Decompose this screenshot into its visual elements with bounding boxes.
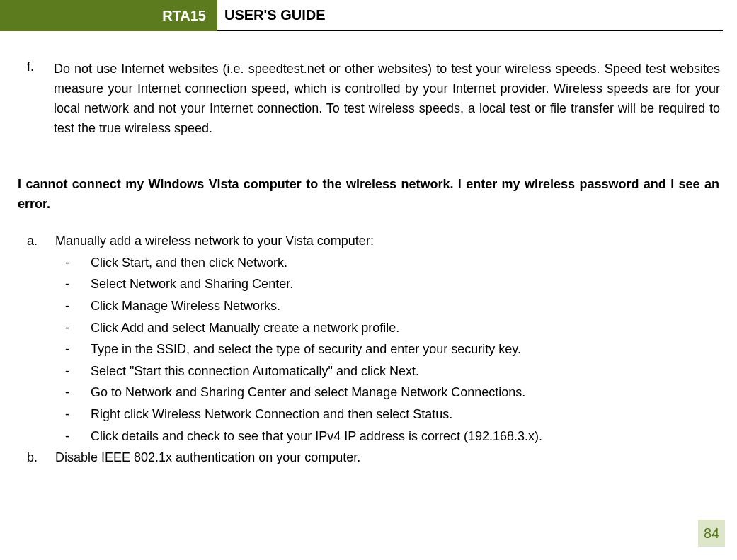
sublist-item: - Select Network and Sharing Center. <box>65 273 720 295</box>
dash-marker: - <box>65 404 91 425</box>
sublist-text: Click Start, and then click Network. <box>91 252 287 274</box>
page-number: 84 <box>698 520 725 547</box>
sublist-item: - Click Start, and then click Network. <box>65 252 720 274</box>
dash-marker: - <box>65 425 91 447</box>
sublist: - Click Start, and then click Network. -… <box>27 252 720 447</box>
header-title: USER'S GUIDE <box>217 0 723 31</box>
list-item-a: a. Manually add a wireless network to yo… <box>27 230 720 252</box>
sublist-item: - Go to Network and Sharing Center and s… <box>65 382 720 404</box>
sublist-text: Select Network and Sharing Center. <box>91 273 293 295</box>
sublist-item: - Click details and check to see that yo… <box>65 425 720 447</box>
section-heading: I cannot connect my Windows Vista comput… <box>17 174 720 215</box>
sublist-item: - Type in the SSID, and select the type … <box>65 338 720 360</box>
list-marker: b. <box>27 447 55 469</box>
sublist-text: Click Manage Wireless Networks. <box>91 295 280 317</box>
header: RTA15 USER'S GUIDE <box>0 0 737 31</box>
sublist-text: Select "Start this connection Automatica… <box>91 360 419 382</box>
dash-marker: - <box>65 317 91 339</box>
list-text: Manually add a wireless network to your … <box>55 230 374 252</box>
list-abc: a. Manually add a wireless network to yo… <box>17 230 720 469</box>
sublist-text: Click details and check to see that your… <box>91 425 542 447</box>
sublist-item: - Right click Wireless Network Connectio… <box>65 404 720 425</box>
content: f. Do not use Internet websites (i.e. sp… <box>0 31 737 469</box>
dash-marker: - <box>65 338 91 360</box>
list-item-f: f. Do not use Internet websites (i.e. sp… <box>17 59 720 139</box>
list-marker: a. <box>27 230 55 252</box>
sublist-item: - Select "Start this connection Automati… <box>65 360 720 382</box>
list-marker: f. <box>17 59 54 139</box>
dash-marker: - <box>65 295 91 317</box>
list-text: Disable IEEE 802.1x authentication on yo… <box>55 447 360 469</box>
dash-marker: - <box>65 273 91 295</box>
dash-marker: - <box>65 382 91 404</box>
sublist-text: Type in the SSID, and select the type of… <box>91 338 521 360</box>
sublist-text: Click Add and select Manually create a n… <box>91 317 399 339</box>
sublist-text: Right click Wireless Network Connection … <box>91 404 452 425</box>
sublist-item: - Click Add and select Manually create a… <box>65 317 720 339</box>
list-item-b: b. Disable IEEE 802.1x authentication on… <box>27 447 720 469</box>
list-text: Do not use Internet websites (i.e. speed… <box>54 59 720 139</box>
sublist-item: - Click Manage Wireless Networks. <box>65 295 720 317</box>
dash-marker: - <box>65 360 91 382</box>
dash-marker: - <box>65 252 91 274</box>
sublist-text: Go to Network and Sharing Center and sel… <box>91 382 525 404</box>
header-badge: RTA15 <box>0 0 217 31</box>
